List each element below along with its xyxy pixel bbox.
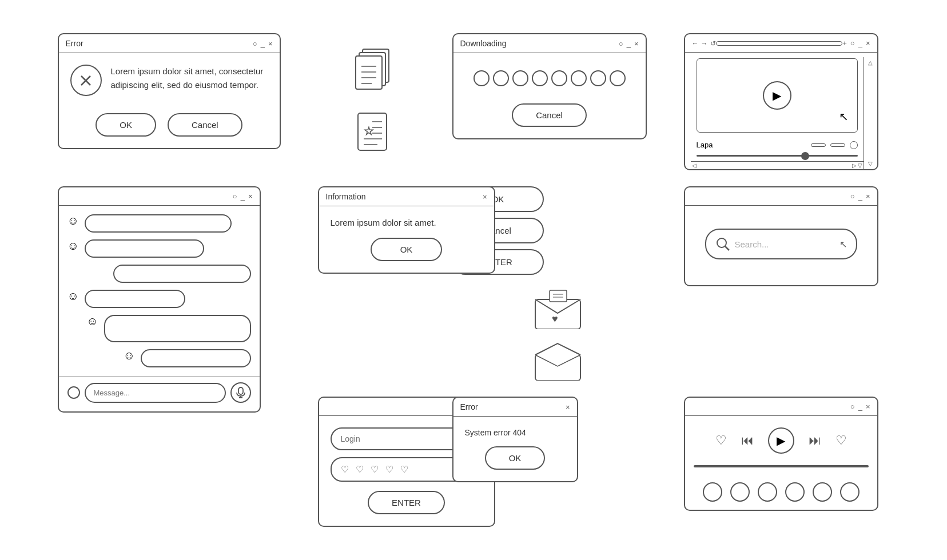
forward-icon[interactable]: → bbox=[701, 39, 708, 47]
heart-button-2[interactable]: ♡ bbox=[835, 433, 847, 448]
video-pill-2 bbox=[830, 143, 845, 147]
error-message: Lorem ipsum dolor sit amet, consectetur … bbox=[111, 65, 268, 92]
smiley-icon: ☺ bbox=[123, 349, 134, 362]
info-controls: × bbox=[483, 193, 487, 201]
heart-icon: ♡ bbox=[356, 464, 364, 475]
chat-messages-area: ☺ ☺ ☺ ☺ bbox=[59, 206, 260, 376]
video-label: Lapa bbox=[697, 141, 713, 149]
address-bar[interactable] bbox=[716, 41, 843, 46]
album-circle-1 bbox=[703, 482, 722, 502]
music-album-circles bbox=[685, 474, 877, 510]
small-error-titlebar: Error × bbox=[453, 398, 577, 417]
add-tab-icon[interactable]: + bbox=[842, 39, 847, 47]
album-circle-2 bbox=[730, 482, 750, 502]
music-play-button[interactable]: ▶ bbox=[768, 427, 794, 454]
rewind-button[interactable]: ⏮ bbox=[741, 433, 754, 448]
close-icon[interactable]: × bbox=[634, 39, 639, 48]
chat-dialog: ○ _ × ☺ ☺ bbox=[58, 186, 261, 413]
svg-rect-22 bbox=[238, 387, 243, 394]
heart-button[interactable]: ♡ bbox=[715, 433, 727, 448]
login-enter-button[interactable]: ENTER bbox=[368, 491, 445, 514]
maximize-icon[interactable]: _ bbox=[241, 192, 245, 201]
minimize-icon[interactable]: ○ bbox=[233, 192, 237, 201]
small-error-title: Error bbox=[460, 402, 478, 411]
info-message: Lorem ipsum dolor sit amet. bbox=[331, 218, 483, 227]
download-progress-bar bbox=[465, 70, 634, 86]
download-cancel-button[interactable]: Cancel bbox=[512, 103, 587, 127]
info-dialog: Information × Lorem ipsum dolor sit amet… bbox=[318, 186, 495, 274]
smiley-icon: ☺ bbox=[86, 315, 98, 328]
maximize-icon[interactable]: _ bbox=[261, 39, 265, 48]
close-icon[interactable]: × bbox=[866, 402, 870, 411]
chat-message-6: ☺ bbox=[67, 349, 251, 367]
browser-nav: ← → ↺ bbox=[692, 39, 716, 47]
chat-bubble-1 bbox=[85, 214, 232, 233]
fast-forward-button[interactable]: ⏭ bbox=[809, 433, 821, 448]
error-controls: ○ _ × bbox=[253, 39, 273, 48]
minimize-icon[interactable]: ○ bbox=[253, 39, 257, 48]
small-error-ok-button[interactable]: OK bbox=[485, 446, 546, 470]
album-circle-4 bbox=[785, 482, 805, 502]
mic-button[interactable] bbox=[230, 382, 251, 403]
email-closed-icon: ♥ bbox=[534, 289, 582, 329]
chat-message-1: ☺ bbox=[67, 214, 251, 233]
search-controls: ○ _ × bbox=[850, 192, 870, 201]
maximize-icon[interactable]: _ bbox=[858, 192, 862, 201]
refresh-icon[interactable]: ↺ bbox=[710, 39, 716, 47]
browser-controls: + ○ _ × bbox=[842, 39, 870, 47]
small-error-dialog: Error × System error 404 OK bbox=[452, 397, 578, 482]
maximize-icon[interactable]: _ bbox=[858, 39, 862, 47]
starred-file-icon: ☆ bbox=[352, 110, 398, 159]
video-pill-3 bbox=[850, 141, 858, 149]
chat-bubble-6 bbox=[141, 349, 251, 367]
download-dialog: Downloading ○ _ × Cancel bbox=[452, 33, 647, 139]
play-button[interactable]: ▶ bbox=[763, 81, 791, 110]
chat-bubble-4 bbox=[85, 290, 186, 308]
chat-message-3 bbox=[67, 265, 251, 283]
browser-window: ← → ↺ + ○ _ × ▶ ↖ Lapa bbox=[684, 33, 878, 170]
chat-controls: ○ _ × bbox=[233, 192, 253, 201]
minimize-icon[interactable]: ○ bbox=[850, 402, 855, 411]
heart-icon: ♡ bbox=[371, 464, 379, 475]
close-icon[interactable]: × bbox=[248, 192, 253, 201]
download-titlebar: Downloading ○ _ × bbox=[453, 34, 646, 53]
minimize-icon[interactable]: ○ bbox=[619, 39, 623, 48]
info-ok-button[interactable]: OK bbox=[371, 238, 443, 261]
error-ok-button[interactable]: OK bbox=[96, 113, 156, 137]
music-controls-area: ♡ ⏮ ▶ ⏭ ♡ bbox=[685, 416, 877, 465]
small-error-controls: × bbox=[566, 403, 570, 411]
error-cancel-button[interactable]: Cancel bbox=[168, 113, 242, 137]
close-icon[interactable]: × bbox=[566, 403, 570, 411]
search-bar[interactable]: Search... ↖ bbox=[705, 229, 857, 259]
cursor-icon: ↖ bbox=[839, 239, 847, 250]
stacked-files-icon bbox=[352, 45, 398, 93]
chat-titlebar: ○ _ × bbox=[59, 187, 260, 206]
maximize-icon[interactable]: _ bbox=[858, 402, 862, 411]
close-icon[interactable]: × bbox=[483, 193, 487, 201]
download-title: Downloading bbox=[460, 39, 507, 48]
maximize-icon[interactable]: _ bbox=[627, 39, 631, 48]
close-icon[interactable]: × bbox=[268, 39, 273, 48]
email-icons: ♥ bbox=[452, 289, 664, 381]
album-circle-5 bbox=[813, 482, 832, 502]
download-controls: ○ _ × bbox=[619, 39, 639, 48]
error-title: Error bbox=[66, 39, 83, 48]
search-body: Search... ↖ bbox=[685, 206, 877, 285]
progress-slider[interactable] bbox=[691, 151, 864, 161]
svg-point-25 bbox=[717, 238, 726, 247]
smiley-icon: ☺ bbox=[67, 214, 79, 227]
h-scrollbar: ◁ ▷ ▽ bbox=[691, 161, 864, 169]
message-input[interactable] bbox=[85, 383, 226, 403]
music-progress-bar bbox=[694, 465, 869, 467]
smiley-icon: ☺ bbox=[67, 290, 79, 303]
back-icon[interactable]: ← bbox=[692, 39, 699, 47]
close-icon[interactable]: × bbox=[866, 39, 870, 47]
search-titlebar: ○ _ × bbox=[685, 187, 877, 206]
chat-message-4: ☺ bbox=[67, 290, 251, 308]
minimize-icon[interactable]: ○ bbox=[850, 39, 855, 47]
chat-bubble-3 bbox=[113, 265, 251, 283]
album-circle-3 bbox=[758, 482, 777, 502]
v-scrollbar: △ ▽ bbox=[864, 57, 877, 169]
minimize-icon[interactable]: ○ bbox=[850, 192, 855, 201]
close-icon[interactable]: × bbox=[866, 192, 870, 201]
